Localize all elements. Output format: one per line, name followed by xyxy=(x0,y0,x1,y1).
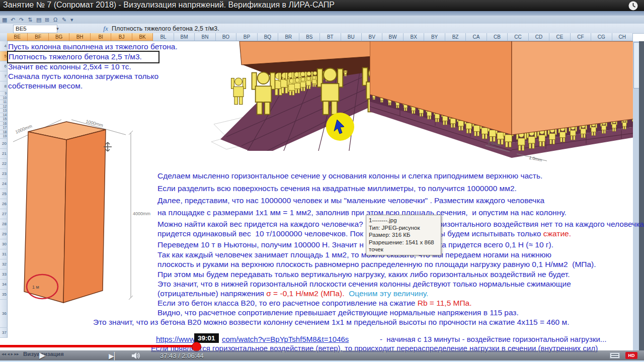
volume-icon[interactable] xyxy=(132,352,141,359)
column-header-BU[interactable]: BU xyxy=(341,33,362,41)
column-header-CF[interactable]: CF xyxy=(571,33,591,41)
column-header-BG[interactable]: BG xyxy=(49,33,69,41)
row-header-28[interactable]: 28 xyxy=(0,219,8,229)
row-header-33[interactable]: 33 xyxy=(0,269,8,280)
video-frame: ▦↶↷⇅▤⊞Ω✎▾ BE5 ▼ fx Плотность тяжелого бе… xyxy=(0,0,644,362)
column-header-BE[interactable]: BE xyxy=(7,33,28,41)
row-header-13[interactable]: 13 xyxy=(0,109,8,113)
row-header-32[interactable]: 32 xyxy=(0,259,8,269)
column-header-BY[interactable]: BY xyxy=(424,33,445,41)
save-icon[interactable]: ▦ xyxy=(2,16,7,24)
column-header-BO[interactable]: BO xyxy=(216,33,236,41)
column-header-BK[interactable]: BK xyxy=(132,33,153,41)
text-line-2: Значит вес колонны 2,5х4 = 10 тс. xyxy=(8,62,131,71)
row-header-10[interactable]: 10 xyxy=(0,96,8,101)
column-header-BJ[interactable]: BJ xyxy=(111,33,132,41)
next-button[interactable]: ▶▏ xyxy=(109,351,120,361)
video-title: Занятие № 7 (Сопромат 2018) - Визуализац… xyxy=(3,1,335,10)
column-header-CG[interactable]: CG xyxy=(591,33,612,41)
progress-bar[interactable] xyxy=(0,345,195,347)
column-header-BF[interactable]: BF xyxy=(28,33,48,41)
row-header-18[interactable]: 18 xyxy=(0,130,8,135)
row-header-4[interactable]: 4 xyxy=(0,41,8,51)
column-header-BN[interactable]: BN xyxy=(195,33,215,41)
text-segment: Это значит, что в нижней горизонтальной … xyxy=(157,280,571,288)
column-header-BW[interactable]: BW xyxy=(382,33,403,41)
row-header-19[interactable]: 19 xyxy=(0,134,8,139)
row-header-27[interactable]: 27 xyxy=(0,209,8,219)
row-header-16[interactable]: 16 xyxy=(0,122,8,126)
name-box[interactable]: BE5 xyxy=(13,25,57,33)
row-header-23[interactable]: 23 xyxy=(0,169,8,179)
column-header-BL[interactable]: BL xyxy=(153,33,174,41)
row-header-14[interactable]: 14 xyxy=(0,113,8,118)
text-segment: мы будем испытывать только xyxy=(434,229,543,238)
row-header-25[interactable]: 25 xyxy=(0,189,8,199)
row-header-5[interactable]: 5 xyxy=(0,51,8,61)
more-icon[interactable]: ▾ xyxy=(70,16,73,24)
column-header-BS[interactable]: BS xyxy=(299,33,320,41)
row-header-30[interactable]: 30 xyxy=(0,239,8,249)
row-header-22[interactable]: 22 xyxy=(0,159,8,169)
column-header-BR[interactable]: BR xyxy=(278,33,299,41)
row-header-35[interactable]: 35 xyxy=(0,290,8,300)
column-header-BM[interactable]: BM xyxy=(174,33,195,41)
row-header-12[interactable]: 12 xyxy=(0,105,8,109)
watch-later-clock-icon[interactable] xyxy=(628,1,638,11)
select-all-corner[interactable] xyxy=(0,33,8,42)
row-header-11[interactable]: 11 xyxy=(0,100,8,105)
redo-icon[interactable]: ↷ xyxy=(19,16,24,24)
column-header-BZ[interactable]: BZ xyxy=(445,33,466,41)
column-header-CC[interactable]: CC xyxy=(508,33,528,41)
row-header-34[interactable]: 34 xyxy=(0,280,8,290)
pen-icon[interactable]: ✎ xyxy=(62,16,66,24)
row-header-26[interactable]: 26 xyxy=(0,199,8,209)
row-header-29[interactable]: 29 xyxy=(0,229,8,239)
undo-icon[interactable]: ↶ xyxy=(11,16,15,24)
column-header-BP[interactable]: BP xyxy=(236,33,257,41)
row-header-24[interactable]: 24 xyxy=(0,179,8,189)
quality-menu-icon[interactable] xyxy=(610,352,620,358)
column-header-BT[interactable]: BT xyxy=(320,33,341,41)
grid-icon[interactable]: ⊞ xyxy=(45,16,49,24)
text-segment: Можно найти какой вес придется на каждог… xyxy=(157,220,363,228)
column-3d-diagram: 1000mm 1000mm 4000mm 1 м xyxy=(9,101,152,312)
row-header-31[interactable]: 31 xyxy=(0,249,8,259)
text-line-12: мы будем испытывать только сжатие. xyxy=(434,229,571,238)
column-header-BQ[interactable]: BQ xyxy=(258,33,278,41)
row-header-21[interactable]: 21 xyxy=(0,149,8,159)
row-header-37[interactable]: 37 xyxy=(0,328,8,338)
text-segment: собственным весом. xyxy=(8,81,83,90)
text-segment: Сначала пусть колонна загружена только xyxy=(8,72,158,80)
row-header-17[interactable]: 17 xyxy=(0,126,8,130)
selected-cell-border xyxy=(7,51,159,63)
omega-icon[interactable]: Ω xyxy=(53,16,57,24)
column-header-BX[interactable]: BX xyxy=(404,33,424,41)
column-header-BI[interactable]: BI xyxy=(91,33,111,41)
row-header-6[interactable]: 6 xyxy=(0,61,8,71)
column-header-CA[interactable]: CA xyxy=(466,33,487,41)
table-icon[interactable]: ▤ xyxy=(36,16,41,24)
column-header-CD[interactable]: CD xyxy=(529,33,549,41)
video-link-suffix[interactable]: com/watch?v=BpYpTshf5M8&t=1046s xyxy=(222,335,349,343)
text-segment: Пусть колонна выполнена из тяжелого бето… xyxy=(8,42,178,51)
row-header-15[interactable]: 15 xyxy=(0,117,8,122)
formula-input[interactable]: Плотность тяжелого бетона 2,5 т/м3. xyxy=(112,24,635,33)
row-header-9[interactable]: 9 xyxy=(0,92,8,96)
row-header-7[interactable]: 7 xyxy=(0,71,8,81)
row-header-8[interactable]: 8 xyxy=(0,81,8,92)
chevron-down-icon[interactable]: ▼ xyxy=(54,25,61,33)
insert-function-icon[interactable]: fx xyxy=(101,24,111,33)
column-headers: BEBFBGBHBIBJBKBLBMBNBOBPBQBRBSBTBUBVBWBX… xyxy=(7,33,633,41)
play-button[interactable]: ▶ xyxy=(39,350,45,360)
sort-icon[interactable]: ⇅ xyxy=(28,16,32,24)
row-header-20[interactable]: 20 xyxy=(0,139,8,149)
text-segment: придется одинаковый вес 10 т/1000000 чел… xyxy=(157,229,363,238)
column-header-CB[interactable]: CB xyxy=(487,33,508,41)
column-header-CH[interactable]: CH xyxy=(612,33,633,41)
column-header-BH[interactable]: BH xyxy=(69,33,90,41)
video-link-prefix[interactable]: https://www. xyxy=(156,335,197,343)
row-header-36[interactable]: 36 xyxy=(0,300,8,328)
column-header-BV[interactable]: BV xyxy=(362,33,382,41)
column-header-CE[interactable]: CE xyxy=(549,33,570,41)
